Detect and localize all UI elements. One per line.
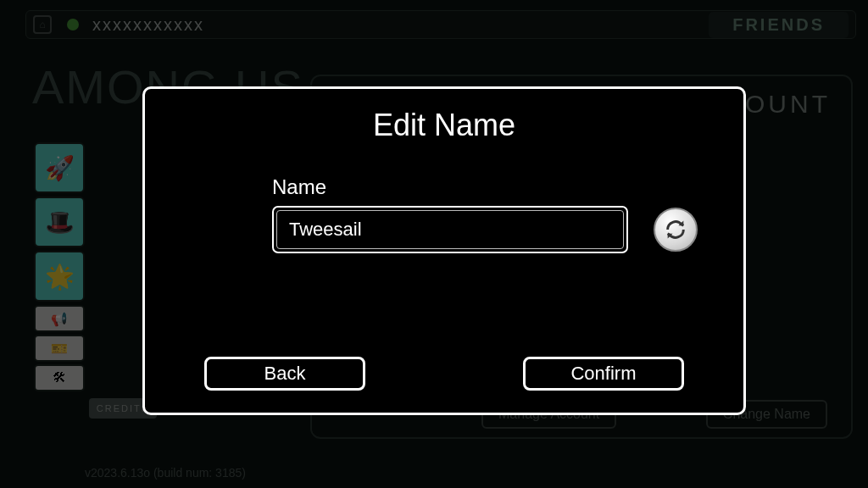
name-input[interactable] xyxy=(276,210,624,249)
back-button[interactable]: Back xyxy=(204,357,365,391)
randomize-name-button[interactable] xyxy=(654,208,698,252)
modal-title: Edit Name xyxy=(179,108,709,143)
refresh-icon xyxy=(664,218,687,241)
name-label: Name xyxy=(272,175,709,199)
edit-name-modal: Edit Name Name Back Confirm xyxy=(142,86,746,415)
name-input-wrapper xyxy=(272,206,628,253)
confirm-button[interactable]: Confirm xyxy=(523,357,684,391)
